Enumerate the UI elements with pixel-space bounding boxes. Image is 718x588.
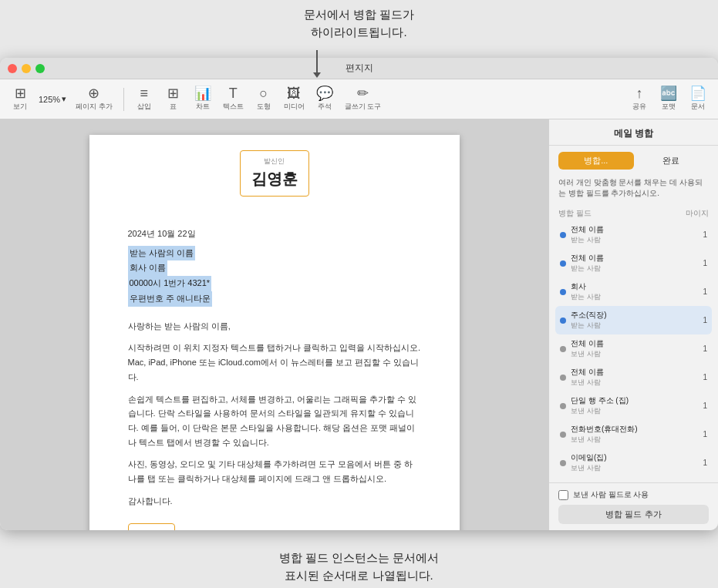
field-info-0: 전체 이름 받는 사람 xyxy=(571,224,698,245)
text-icon: T xyxy=(229,86,238,100)
tab-merge[interactable]: 병합... xyxy=(558,152,634,170)
toolbar-sep-1 xyxy=(123,88,124,111)
zoom-chevron-icon: ▾ xyxy=(62,94,66,104)
addpage-icon: ⊕ xyxy=(88,86,99,100)
field-item-0[interactable]: 전체 이름 받는 사람 1 xyxy=(555,220,712,249)
toolbar-text-label: 텍스트 xyxy=(223,102,244,112)
field-count-8: 1 xyxy=(703,459,707,467)
toolbar-format-label: 포맷 xyxy=(662,102,676,112)
field-dot-3 xyxy=(560,318,566,324)
toolbar-media-btn[interactable]: 🖼 미디어 xyxy=(279,83,309,115)
title-bar: 편지지 xyxy=(0,58,718,79)
toolbar-chart-btn[interactable]: 📊 차트 xyxy=(189,83,217,115)
para-2: 손쉽게 텍스트를 편집하고, 서체를 변경하고, 어울리는 그래픽을 추가할 수… xyxy=(128,392,421,450)
toolbar-view-btn[interactable]: ⊞ 보기 xyxy=(6,83,34,115)
field-name-5: 전체 이름 xyxy=(571,367,698,378)
col-instances: 마이지 xyxy=(686,208,709,219)
field-name-7: 전화번호(휴대전화) xyxy=(571,424,698,435)
field-item-5[interactable]: 전체 이름 보낸 사람 1 xyxy=(555,363,712,391)
field-address[interactable]: 00000시 1번가 4321* xyxy=(128,276,212,291)
toolbar-left-group: ⊞ 보기 125% ▾ ⊕ 페이지 추가 xyxy=(6,83,117,115)
field-dot-6 xyxy=(560,403,566,409)
page: 발신인 김영훈 2024년 10월 22일 받는 사람의 이름 회사 이름 00… xyxy=(89,135,460,530)
toolbar-comment-btn[interactable]: 💬 주석 xyxy=(311,83,339,115)
field-info-4: 전체 이름 보낸 사람 xyxy=(571,338,698,359)
window-title: 편지지 xyxy=(346,62,373,75)
toolbar-table-btn[interactable]: ⊞ 표 xyxy=(160,83,187,115)
field-item-7[interactable]: 전화번호(휴대전화) 보낸 사람 1 xyxy=(555,420,712,449)
toolbar-text-btn[interactable]: T 텍스트 xyxy=(218,83,248,115)
field-info-3: 주소(직장) 받는 사람 xyxy=(571,310,698,331)
field-name-2: 회사 xyxy=(571,281,698,292)
field-info-2: 회사 받는 사람 xyxy=(571,281,698,302)
toolbar-insert-label: 삽입 xyxy=(137,102,151,112)
field-dot-2 xyxy=(560,289,566,295)
field-item-6[interactable]: 단일 행 주소 (집) 보낸 사람 1 xyxy=(555,391,712,420)
para-1: 시작하려면 이 위치 지정자 텍스트를 탭하거나 클릭하고 입력을 시작하십시오… xyxy=(128,341,421,384)
panel-bottom: 보낸 사람 필드로 사용 병합 필드 추가 xyxy=(549,482,718,530)
main-content: 발신인 김영훈 2024년 10월 22일 받는 사람의 이름 회사 이름 00… xyxy=(0,119,718,530)
field-dot-8 xyxy=(560,460,566,466)
field-source-7: 보낸 사람 xyxy=(571,435,698,445)
toolbar-format-btn[interactable]: 🔤 포맷 xyxy=(655,83,683,115)
field-count-4: 1 xyxy=(703,344,707,353)
field-item-2[interactable]: 회사 받는 사람 1 xyxy=(555,277,712,306)
field-item-3[interactable]: 주소(직장) 받는 사람 1 xyxy=(555,306,712,334)
col-field: 병합 필드 xyxy=(558,208,592,219)
field-source-1: 받는 사람 xyxy=(571,264,698,274)
toolbar-writing-label: 글쓰기 도구 xyxy=(345,102,382,112)
close-button[interactable] xyxy=(8,64,17,73)
add-field-button[interactable]: 병합 필드 추가 xyxy=(558,505,709,524)
chart-icon: 📊 xyxy=(194,86,211,100)
sender-field-checkbox[interactable] xyxy=(558,490,568,500)
field-name-8: 이메일(집) xyxy=(571,452,698,463)
toolbar-insert-btn[interactable]: ≡ 삽입 xyxy=(130,83,158,115)
salutation: 사랑하는 받는 사람의 이름, xyxy=(128,319,421,334)
toolbar-writing-btn[interactable]: ✏ 글쓰기 도구 xyxy=(340,83,386,115)
format-icon: 🔤 xyxy=(660,86,677,100)
document-area[interactable]: 발신인 김영훈 2024년 10월 22일 받는 사람의 이름 회사 이름 00… xyxy=(0,119,548,530)
shape-icon: ○ xyxy=(259,86,268,100)
toolbar-center-group: ≡ 삽입 ⊞ 표 📊 차트 T 텍스트 ○ 도형 🖼 미디어 xyxy=(130,83,386,115)
field-source-8: 보낸 사람 xyxy=(571,463,698,473)
field-item-8[interactable]: 이메일(집) 보낸 사람 1 xyxy=(555,449,712,477)
field-dot-1 xyxy=(560,260,566,267)
panel-title: 메일 병합 xyxy=(549,119,718,146)
field-info-7: 전화번호(휴대전화) 보낸 사람 xyxy=(571,424,698,445)
annotation-top: 문서에서 병합 필드가 하이라이트됩니다. xyxy=(304,6,414,41)
toolbar-shape-btn[interactable]: ○ 도형 xyxy=(250,83,278,115)
field-item-1[interactable]: 전체 이름 받는 사람 1 xyxy=(555,249,712,277)
minimize-button[interactable] xyxy=(22,64,31,73)
field-zip[interactable]: 우편번호 주 애니타운 xyxy=(128,291,212,307)
sender-box: 발신인 김영훈 xyxy=(240,150,309,197)
field-info-8: 이메일(집) 보낸 사람 xyxy=(571,452,698,473)
zoom-level: 125% xyxy=(39,95,60,104)
field-dot-7 xyxy=(560,432,566,438)
toolbar-addpage-btn[interactable]: ⊕ 페이지 추가 xyxy=(71,83,117,115)
comment-icon: 💬 xyxy=(316,86,333,100)
field-recipient-name[interactable]: 받는 사람의 이름 xyxy=(128,246,195,261)
toolbar-right-group: ↑ 공유 🔤 포맷 📄 문서 xyxy=(625,83,712,115)
maximize-button[interactable] xyxy=(35,64,45,73)
checkbox-label: 보낸 사람 필드로 사용 xyxy=(573,489,649,500)
toolbar-share-btn[interactable]: ↑ 공유 xyxy=(625,83,653,115)
field-source-5: 보낸 사람 xyxy=(571,378,698,388)
doc-body: 사랑하는 받는 사람의 이름, 시작하려면 이 위치 지정자 텍스트를 탭하거나… xyxy=(128,319,421,530)
field-company[interactable]: 회사 이름 xyxy=(128,260,167,276)
field-item-4[interactable]: 전체 이름 보낸 사람 1 xyxy=(555,334,712,363)
share-icon: ↑ xyxy=(636,86,643,100)
field-source-4: 보낸 사람 xyxy=(571,349,698,359)
toolbar-share-label: 공유 xyxy=(632,102,646,112)
toolbar-zoom[interactable]: 125% ▾ xyxy=(35,92,69,106)
tab-done[interactable]: 완료 xyxy=(634,152,710,170)
field-source-3: 받는 사람 xyxy=(571,321,698,331)
sender-name: 김영훈 xyxy=(251,166,298,191)
toolbar-document-btn[interactable]: 📄 문서 xyxy=(684,83,712,115)
app-window: 편지지 ⊞ 보기 125% ▾ ⊕ 페이지 추가 ≡ 삽입 ⊞ xyxy=(0,58,718,530)
field-count-3: 1 xyxy=(703,316,707,324)
field-count-1: 1 xyxy=(703,259,707,267)
merge-fields-list[interactable]: 전체 이름 받는 사람 1 전체 이름 받는 사람 1 xyxy=(549,220,718,482)
field-name-0: 전체 이름 xyxy=(571,224,698,235)
field-dot-0 xyxy=(560,232,566,238)
field-name-3: 주소(직장) xyxy=(571,310,698,321)
